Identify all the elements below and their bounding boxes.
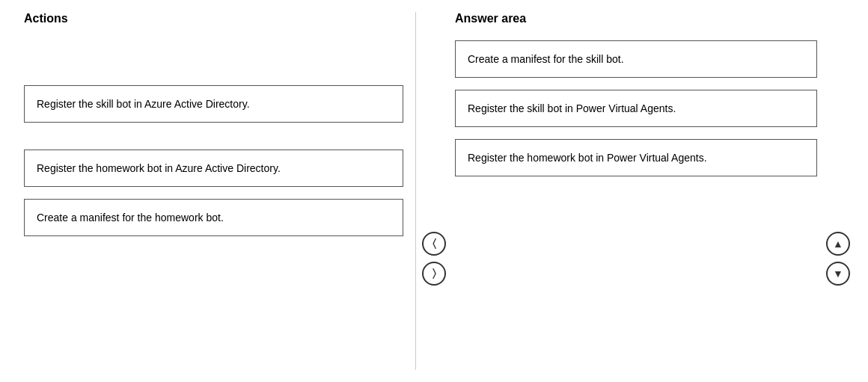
answer-item-2[interactable]: Register the skill bot in Power Virtual …	[455, 90, 817, 127]
move-up-button[interactable]: ▲	[826, 232, 850, 256]
transfer-controls-left: 〈 〉	[416, 147, 452, 370]
answer-item-2-text: Register the skill bot in Power Virtual …	[468, 102, 676, 114]
action-item-2-text: Register the homework bot in Azure Activ…	[37, 162, 281, 174]
answer-title: Answer area	[455, 12, 817, 25]
action-item-3[interactable]: Create a manifest for the homework bot.	[24, 199, 403, 236]
action-item-1-text: Register the skill bot in Azure Active D…	[37, 98, 250, 110]
move-down-button[interactable]: ▼	[826, 262, 850, 286]
answer-item-3-text: Register the homework bot in Power Virtu…	[468, 152, 707, 164]
actions-panel: Actions Register the skill bot in Azure …	[12, 12, 416, 370]
order-controls-right: ▲ ▼	[820, 147, 856, 370]
answer-items-container: Answer area Create a manifest for the sk…	[452, 12, 820, 370]
action-item-3-text: Create a manifest for the homework bot.	[37, 212, 224, 224]
answer-item-1[interactable]: Create a manifest for the skill bot.	[455, 40, 817, 78]
move-left-button[interactable]: 〈	[422, 232, 446, 256]
actions-title: Actions	[24, 12, 403, 25]
move-right-button[interactable]: 〉	[422, 262, 446, 286]
answer-item-3[interactable]: Register the homework bot in Power Virtu…	[455, 139, 817, 176]
action-item-1[interactable]: Register the skill bot in Azure Active D…	[24, 85, 403, 123]
action-item-2[interactable]: Register the homework bot in Azure Activ…	[24, 150, 403, 187]
answer-item-1-text: Create a manifest for the skill bot.	[468, 53, 624, 65]
